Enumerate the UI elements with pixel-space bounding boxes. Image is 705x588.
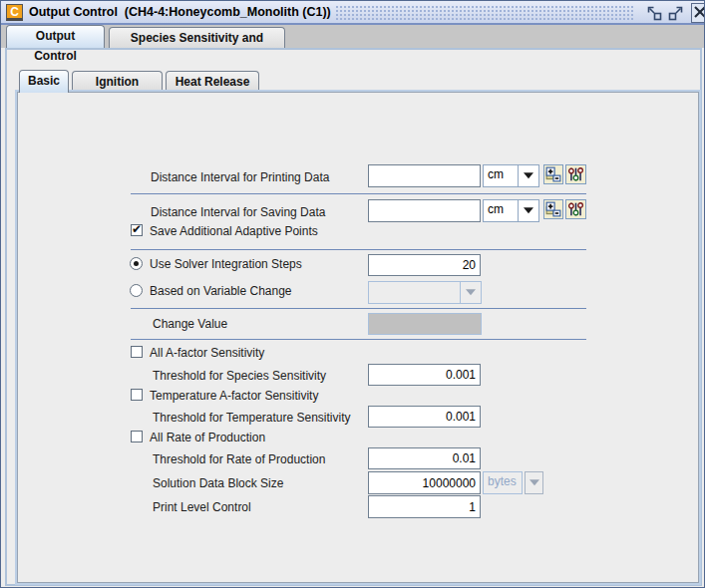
basic-panel [17,92,699,583]
output-control-window: C Output Control (CH4-4:Honeycomb_Monoli… [0,0,705,588]
solver-steps-radio[interactable] [130,257,143,270]
chevron-down-icon [525,471,543,494]
species-threshold-label: Threshold for Species Sensitivity [153,369,326,384]
chevron-down-icon [460,282,481,303]
separator [131,193,586,194]
separator [131,308,586,309]
adaptive-points-label: Save Additional Adaptive Points [150,224,318,239]
variable-change-value [369,282,460,303]
saving-unit-value: cm [484,200,518,221]
saving-unit-combo[interactable]: cm [483,199,539,222]
close-icon[interactable] [691,3,705,23]
rate-of-production-label: All Rate of Production [150,431,265,445]
variable-change-combo [368,281,482,304]
variable-change-radio[interactable] [130,284,143,297]
adaptive-points-checkbox[interactable] [131,224,143,236]
variable-change-label: Based on Variable Change [150,284,292,299]
printing-unit-combo[interactable]: cm [483,164,539,187]
titlebar[interactable]: C Output Control (CH4-4:Honeycomb_Monoli… [1,1,704,25]
temperature-threshold-label: Threshold for Temperature Sensitivity [153,411,351,426]
rop-threshold-field[interactable] [368,447,481,469]
tab-basic[interactable]: Basic [19,70,69,93]
titlebar-texture [335,5,634,21]
change-value-label: Change Value [153,317,227,332]
change-value-field [368,313,482,335]
rop-threshold-label: Threshold for Rate of Production [153,452,325,467]
solver-steps-label: Use Solver Integration Steps [150,257,302,272]
afactor-sensitivity-label: All A-factor Sensitivity [150,346,264,361]
rate-of-production-checkbox[interactable] [131,431,143,442]
afactor-sensitivity-checkbox[interactable] [131,346,143,358]
solver-steps-field[interactable] [368,254,481,276]
tab-heat-release[interactable]: Heat Release [166,71,259,93]
tab-species-sensitivity-rop[interactable]: Species Sensitivity and ROP [109,27,285,48]
profile-sliders-icon[interactable] [565,199,586,219]
block-size-label: Solution Data Block Size [153,476,283,491]
profile-sliders-icon[interactable] [565,164,586,184]
saving-interval-field[interactable] [368,199,481,222]
tab-ignition-delay[interactable]: Ignition Delay [72,71,163,93]
separator [131,249,586,250]
printing-unit-value: cm [484,165,518,186]
printing-interval-field[interactable] [368,164,481,187]
chemkin-c-icon: C [6,4,23,21]
tab-output-control[interactable]: Output Control [6,25,105,48]
outer-tab-bar: Output Control Species Sensitivity and R… [1,25,704,48]
block-size-unit-value: bytes [484,472,522,493]
printing-interval-label: Distance Interval for Printing Data [151,170,329,185]
temperature-afactor-checkbox[interactable] [131,389,143,401]
window-title: Output Control (CH4-4:Honeycomb_Monolith… [29,5,331,19]
chevron-down-icon[interactable] [518,200,538,221]
species-threshold-field[interactable] [368,364,481,386]
block-size-unit-combo: bytes [483,471,523,494]
temperature-threshold-field[interactable] [368,406,481,428]
maximize-window-icon[interactable] [668,6,683,21]
block-size-field[interactable] [368,471,481,494]
plus-minus-units-icon[interactable] [543,164,563,184]
print-level-field[interactable] [368,495,481,518]
restore-window-icon[interactable] [647,6,662,21]
chevron-down-icon[interactable] [518,165,538,186]
temperature-afactor-label: Temperature A-factor Sensitivity [150,389,318,404]
separator [131,339,586,340]
print-level-label: Print Level Control [153,500,251,515]
saving-interval-label: Distance Interval for Saving Data [151,205,325,220]
plus-minus-units-icon[interactable] [543,199,563,219]
